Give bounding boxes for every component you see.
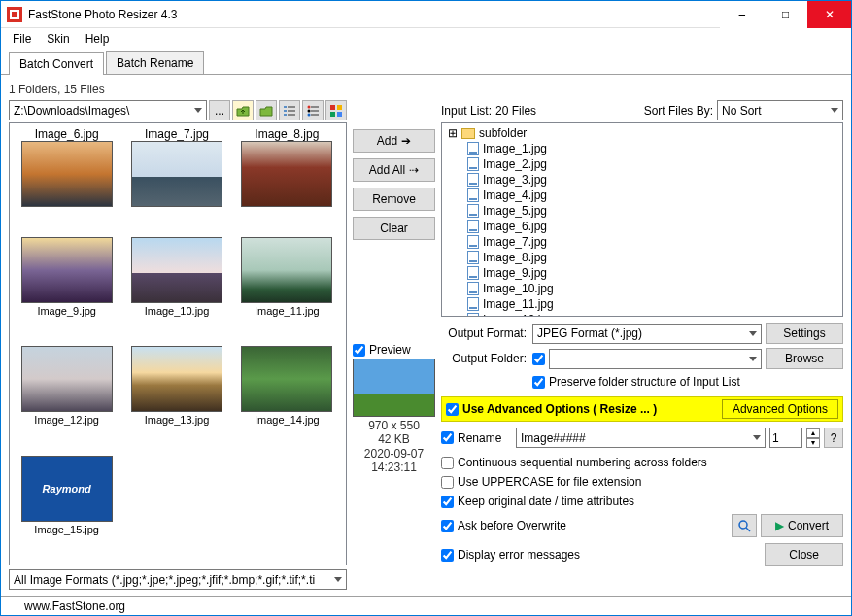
thumbnail-item[interactable]: Image_6.jpg [14,127,119,233]
minimize-button[interactable]: ‒ [720,1,764,28]
file-name: Image_9.jpg [483,266,547,280]
file-icon [467,282,479,295]
rename-help-button[interactable]: ? [824,428,843,448]
thumbnail-area[interactable]: Image_6.jpgImage_7.jpgImage_8.jpgImage_9… [9,122,347,565]
preserve-structure-checkbox[interactable] [532,376,545,389]
close-window-button[interactable]: ✕ [807,1,851,28]
file-list-row[interactable]: Image_11.jpg [444,296,840,312]
file-list-row[interactable]: Image_1.jpg [444,141,840,156]
thumbnail-image [131,141,222,207]
advanced-options-checkbox[interactable] [446,403,459,416]
rename-pattern-input[interactable] [516,428,766,448]
continuous-numbering-checkbox[interactable] [441,457,454,469]
browse-button[interactable]: Browse [766,348,843,369]
settings-button[interactable]: Settings [766,323,843,344]
convert-button[interactable]: ▶Convert [761,514,843,537]
tab-batch-convert[interactable]: Batch Convert [9,52,104,75]
view-list-icon[interactable] [302,100,324,120]
maximize-button[interactable]: □ [764,1,807,28]
window-title: FastStone Photo Resizer 4.3 [28,8,720,21]
svg-rect-17 [330,112,335,117]
app-logo-icon [7,7,22,22]
thumbnail-item[interactable]: Image_10.jpg [123,237,229,343]
menu-skin[interactable]: Skin [39,30,77,48]
thumbnail-label: Image_15.jpg [34,524,99,535]
output-folder-checkbox[interactable] [532,353,545,365]
file-list-row[interactable]: Image_4.jpg [444,188,840,203]
thumbnail-label: Image_14.jpg [255,414,320,426]
spinner-down-icon[interactable]: ▼ [806,438,820,448]
content-area: 1 Folders, 15 Files ... Image_6.jpgImage… [1,75,851,596]
file-list-row[interactable]: Image_2.jpg [444,156,840,172]
tree-folder-row[interactable]: ⊞subfolder [444,125,840,141]
svg-rect-3 [284,106,287,108]
thumbnail-item[interactable]: Image_12.jpg [14,346,119,452]
thumbnail-item[interactable]: Image_9.jpg [14,237,119,343]
file-list-row[interactable]: Image_8.jpg [444,250,840,265]
rename-checkbox[interactable] [441,431,454,444]
folder-icon [461,128,475,139]
tabs: Batch Convert Batch Rename [1,50,851,75]
ask-overwrite-checkbox[interactable] [441,520,454,532]
keep-date-label: Keep original date / time attributes [458,495,634,508]
browse-path-button[interactable]: ... [209,100,230,120]
tab-batch-rename[interactable]: Batch Rename [106,51,204,74]
input-file-list[interactable]: ⊞subfolder Image_1.jpgImage_2.jpgImage_3… [441,122,843,317]
file-name: Image_5.jpg [483,204,547,218]
thumbnail-item[interactable]: RaymondImage_15.jpg [14,456,119,562]
output-format-select[interactable] [532,324,762,344]
uppercase-ext-checkbox[interactable] [441,476,454,489]
thumbnail-item[interactable]: Image_13.jpg [123,346,229,452]
preview-block: Preview 970 x 550 42 KB 2020-09-07 14:23… [353,343,435,475]
file-list-row[interactable]: Image_10.jpg [444,281,840,296]
refresh-icon[interactable] [256,100,277,120]
remove-button[interactable]: Remove [353,188,435,211]
thumbnail-item[interactable]: Image_14.jpg [234,346,340,452]
expand-icon[interactable]: ⊞ [448,126,458,140]
thumbnail-item[interactable]: Image_11.jpg [234,237,340,343]
display-errors-checkbox[interactable] [441,549,454,562]
add-button[interactable]: Add➔ [353,129,435,153]
svg-rect-15 [330,105,335,110]
file-list-row[interactable]: Image_3.jpg [444,172,840,188]
svg-rect-8 [288,114,295,116]
close-button[interactable]: Close [765,543,843,566]
titlebar: FastStone Photo Resizer 4.3 ‒ □ ✕ [1,1,851,28]
up-folder-icon[interactable] [232,100,254,120]
thumbnail-item[interactable]: Image_7.jpg [123,127,229,233]
menu-file[interactable]: File [5,30,39,48]
view-details-icon[interactable] [279,100,300,120]
path-input[interactable] [9,100,207,120]
advanced-options-button[interactable]: Advanced Options [722,399,838,419]
preview-output-button[interactable] [732,514,757,537]
output-folder-input[interactable] [549,349,762,369]
play-icon: ▶ [775,519,784,532]
app-window: FastStone Photo Resizer 4.3 ‒ □ ✕ File S… [0,0,852,616]
rename-start-spinner[interactable] [769,428,802,448]
file-icon [467,204,479,218]
file-list-row[interactable]: Image_7.jpg [444,234,840,250]
spinner-up-icon[interactable]: ▲ [806,428,820,438]
continuous-numbering-label: Continuous sequential numbering across f… [458,456,707,469]
menu-help[interactable]: Help [78,30,118,48]
file-list-row[interactable]: Image_9.jpg [444,265,840,281]
preview-checkbox[interactable] [353,344,365,357]
sort-select[interactable] [717,100,843,120]
statusbar: www.FastStone.org [1,596,851,615]
file-list-row[interactable]: Image_12.jpg [444,312,840,317]
thumbnail-label: Image_10.jpg [145,305,210,317]
thumbnail-item[interactable]: Image_8.jpg [234,127,340,233]
clear-button[interactable]: Clear [353,217,435,240]
preview-thumbnail[interactable] [353,359,435,417]
thumbnail-label: Image_8.jpg [255,127,319,141]
status-url[interactable]: www.FastStone.org [24,599,125,613]
view-thumbnails-icon[interactable] [325,100,347,120]
keep-date-checkbox[interactable] [441,496,454,508]
format-filter-select[interactable] [9,569,347,590]
add-all-button[interactable]: Add All⇢ [353,158,435,182]
svg-rect-4 [288,106,295,108]
file-list-row[interactable]: Image_6.jpg [444,219,840,234]
file-name: Image_12.jpg [483,313,554,317]
file-list-row[interactable]: Image_5.jpg [444,203,840,219]
thumbnail-label: Image_6.jpg [35,127,99,141]
